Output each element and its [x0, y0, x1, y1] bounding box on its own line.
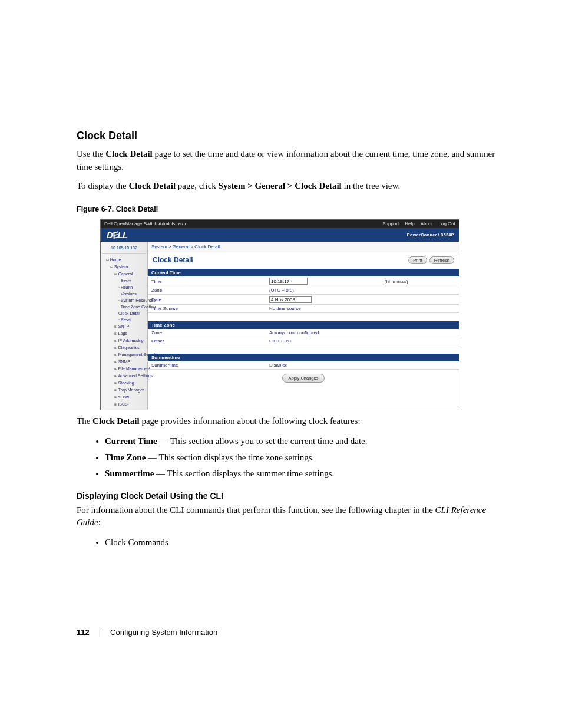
tree-general[interactable]: General	[114, 271, 146, 278]
text: page provides information about the foll…	[140, 416, 361, 426]
after-figure-paragraph: The Clock Detail page provides informati…	[77, 415, 503, 428]
tree-trap-manager[interactable]: Trap Manager	[114, 387, 146, 394]
print-button[interactable]: Print	[408, 256, 427, 264]
tree-ip-addressing[interactable]: IP Addressing	[114, 337, 146, 344]
time-zone-table: Zone Acronym not configured Offset UTC +…	[148, 329, 459, 345]
date-input[interactable]	[269, 296, 312, 303]
table-row: Time (hh:mm:ss)	[148, 276, 459, 286]
about-link[interactable]: About	[421, 220, 433, 228]
brand-bar: DELL PowerConnect 3524P	[101, 228, 459, 242]
section-current-time: Current Time	[148, 269, 459, 276]
help-link[interactable]: Help	[405, 220, 414, 228]
tree-advanced[interactable]: Advanced Settings	[114, 373, 146, 380]
apply-row: Apply Changes	[148, 370, 459, 384]
summertime-table: Summertime Disabled	[148, 361, 459, 370]
row-tz-zone-label: Zone	[148, 329, 266, 337]
row-st-value: Disabled	[266, 361, 459, 370]
table-row: Offset UTC + 0:0	[148, 337, 459, 345]
section-summertime: Summertime	[148, 354, 459, 361]
table-row: Zone (UTC + 0:0)	[148, 286, 459, 295]
tree-system[interactable]: System	[110, 263, 146, 271]
feature-desc: — This section allows you to set the cur…	[157, 436, 368, 446]
page-number: 112	[77, 628, 90, 637]
tree-clock-detail-selected: Clock Detail	[118, 311, 140, 315]
text: To display the	[77, 181, 129, 190]
window-titlebar: Dell OpenManage Switch Administrator Sup…	[101, 220, 459, 228]
support-link[interactable]: Support	[382, 220, 399, 228]
tree-system-resources[interactable]: System Resources	[118, 297, 146, 304]
dell-logo: DELL	[107, 230, 127, 240]
current-time-table: Time (hh:mm:ss) Zone (UTC + 0:0) Date Ti…	[148, 276, 459, 313]
intro-paragraph-1: Use the Clock Detail page to set the tim…	[77, 148, 503, 174]
footer-separator: |	[99, 628, 101, 637]
table-row: Summertime Disabled	[148, 361, 459, 370]
row-date-label: Date	[148, 295, 266, 305]
intro-paragraph-2: To display the Clock Detail page, click …	[77, 180, 503, 193]
text: Use the	[77, 149, 105, 159]
tree-logs[interactable]: Logs	[114, 330, 146, 337]
sidebar: 10.105.10.102 Home System General Asset …	[101, 242, 148, 410]
refresh-button[interactable]: Refresh	[429, 256, 454, 264]
tree-versions[interactable]: Versions	[118, 291, 146, 297]
feature-name: Summertime	[105, 469, 154, 478]
page-title: Clock Detail	[153, 256, 193, 264]
list-item: Current Time — This section allows you t…	[105, 434, 503, 449]
tree-sntp[interactable]: SNTP	[114, 323, 146, 330]
apply-changes-button[interactable]: Apply Changes	[282, 374, 325, 383]
tree-file-mgmt[interactable]: File Management	[114, 365, 146, 373]
tree-home[interactable]: Home	[106, 256, 146, 263]
nav-tree: Home System General Asset Health Version…	[102, 256, 146, 408]
tree-asset[interactable]: Asset	[118, 278, 146, 284]
feature-list: Current Time — This section allows you t…	[105, 434, 503, 482]
tree-sflow[interactable]: sFlow	[114, 394, 146, 401]
text: in the tree view.	[342, 181, 400, 190]
row-time-hint: (hh:mm:ss)	[381, 276, 459, 286]
row-offset-value: UTC + 0:0	[266, 337, 459, 345]
feature-desc: — This section displays the time zone se…	[146, 453, 314, 462]
tree-health[interactable]: Health	[118, 284, 146, 291]
text: page, click	[176, 181, 218, 190]
time-input[interactable]	[269, 278, 308, 285]
row-source-label: Time Source	[148, 305, 266, 313]
text: For information about the CLI commands t…	[77, 505, 435, 515]
row-time-value	[266, 276, 381, 286]
list-item: Summertime — This section displays the s…	[105, 466, 503, 482]
row-time-label: Time	[148, 276, 266, 286]
tree-iscsi[interactable]: iSCSI	[114, 401, 146, 408]
main-panel: System > General > Clock Detail Clock De…	[148, 242, 459, 410]
cli-commands-list: Clock Commands	[105, 535, 503, 551]
figure-caption: Figure 6-7. Clock Detail	[77, 205, 503, 213]
section-time-zone: Time Zone	[148, 321, 459, 329]
tree-snmp[interactable]: SNMP	[114, 358, 146, 365]
clock-detail-strong: Clock Detail	[129, 181, 176, 190]
text: The	[77, 416, 92, 426]
page-footer: 112 | Configuring System Information	[77, 628, 217, 637]
table-row: Date	[148, 295, 459, 305]
table-row: Zone Acronym not configured	[148, 329, 459, 337]
logout-link[interactable]: Log Out	[439, 220, 455, 228]
section-heading: Clock Detail	[77, 130, 503, 142]
row-zone-value: (UTC + 0:0)	[266, 286, 459, 295]
feature-name: Current Time	[105, 436, 157, 446]
tree-stacking[interactable]: Stacking	[114, 380, 146, 387]
row-source-value: No time source	[266, 305, 459, 313]
list-item: Time Zone — This section displays the ti…	[105, 450, 503, 466]
figure-screenshot: Dell OpenManage Switch Administrator Sup…	[100, 219, 459, 410]
row-offset-label: Offset	[148, 337, 266, 345]
feature-name: Time Zone	[105, 453, 146, 462]
list-item: Clock Commands	[105, 535, 503, 551]
tree-mgmt-security[interactable]: Management Security	[114, 351, 146, 358]
clock-detail-strong: Clock Detail	[105, 149, 153, 159]
row-date-value	[266, 295, 459, 305]
window-title: Dell OpenManage Switch Administrator	[104, 220, 186, 228]
cli-paragraph: For information about the CLI commands t…	[77, 504, 503, 530]
tree-clock-detail[interactable]: Clock Detail	[118, 310, 146, 317]
table-row: Time Source No time source	[148, 305, 459, 313]
device-ip: 10.105.10.102	[102, 243, 146, 254]
tree-reset[interactable]: Reset	[118, 317, 146, 323]
tree-tz-config[interactable]: Time Zone Configu…	[118, 304, 146, 310]
tree-diagnostics[interactable]: Diagnostics	[114, 344, 146, 351]
subsection-heading: Displaying Clock Detail Using the CLI	[77, 491, 503, 500]
row-st-label: Summertime	[148, 361, 266, 370]
model-label: PowerConnect 3524P	[407, 233, 454, 237]
